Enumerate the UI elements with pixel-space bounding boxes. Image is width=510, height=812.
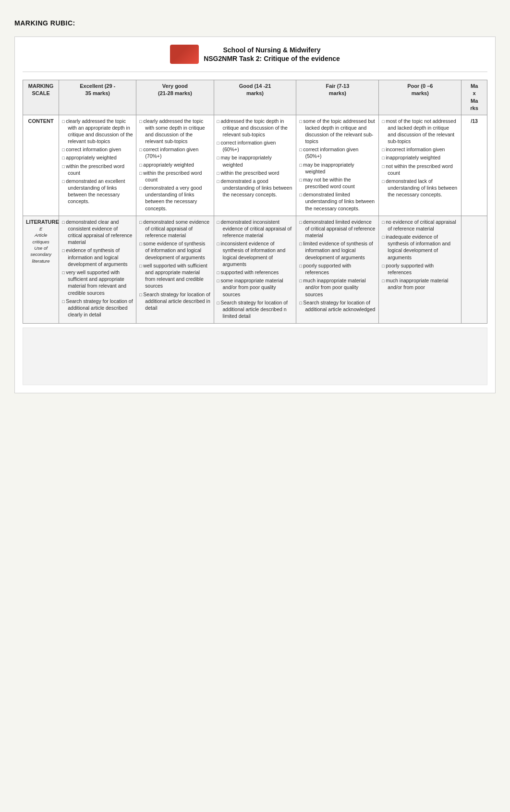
cell-very_good: demonstrated some evidence of critical a… — [136, 216, 214, 323]
th-max-marks: MaxMarks — [461, 80, 487, 115]
list-item: may be inappropriately weighted — [299, 161, 376, 175]
cell-fair: some of the topic addressed but lacked d… — [296, 115, 379, 216]
row-label-cell: LITERATUREEArticle critiquesUse of secon… — [23, 216, 59, 323]
list-item: addressed the topic depth in critique an… — [217, 118, 293, 138]
rubric-table: MARKINGSCALE Excellent (29 -35 marks) Ve… — [23, 80, 487, 324]
list-item: correct information given (70%+) — [139, 146, 210, 159]
th-excellent: Excellent (29 -35 marks) — [59, 80, 136, 115]
list-item: may be inappropriately weighted — [217, 154, 293, 168]
list-item: demonstrated clear and consistent eviden… — [62, 218, 133, 246]
rubric-container: School of Nursing & Midwifery NSG2NMR Ta… — [14, 36, 496, 393]
list-item: within the prescribed word — [217, 170, 293, 176]
list-item: demonstrated a very good understanding o… — [139, 184, 210, 212]
table-row: CONTENTclearly addressed the topic with … — [23, 115, 487, 216]
list-item: correct information given (50%+) — [299, 146, 376, 159]
list-item: demonstrated limited understanding of li… — [299, 191, 376, 212]
list-item: not within the prescribed word count — [382, 163, 458, 176]
list-item: Search strategy for location of addition… — [217, 299, 293, 320]
list-item: Search strategy for location of addition… — [299, 299, 376, 313]
list-item: supported with references — [217, 269, 293, 276]
list-item: within the prescribed word count — [62, 163, 133, 176]
list-item: Search strategy for location of addition… — [62, 298, 133, 318]
rubric-header: School of Nursing & Midwifery NSG2NMR Ta… — [23, 45, 487, 72]
list-item: much inappropriate material and/or from … — [299, 277, 376, 298]
table-header-row: MARKINGSCALE Excellent (29 -35 marks) Ve… — [23, 80, 487, 115]
list-item: demonstrated lack of understanding of li… — [382, 178, 458, 198]
list-item: clearly addressed the topic with some de… — [139, 118, 210, 145]
task-name: NSG2NMR Task 2: Critique of the evidence — [204, 55, 340, 62]
list-item: demonstrated an excellent understanding … — [62, 178, 133, 205]
list-item: Search strategy for location of addition… — [139, 291, 210, 312]
cell-excellent: clearly addressed the topic with an appr… — [59, 115, 136, 216]
list-item: some evidence of synthesis of informatio… — [139, 240, 210, 261]
list-item: poorly supported with references — [382, 262, 458, 276]
list-item: demonstrated a good understanding of lin… — [217, 178, 293, 198]
cell-poor: no evidence of critical appraisal of ref… — [379, 216, 461, 323]
list-item: inadequate evidence of synthesis of info… — [382, 233, 458, 261]
list-item: may not be within the prescribed word co… — [299, 176, 376, 190]
list-item: correct information given — [62, 146, 133, 153]
th-poor: Poor (0 –6marks) — [379, 80, 461, 115]
cell-good: addressed the topic depth in critique an… — [214, 115, 296, 216]
max-mark-cell — [461, 216, 487, 323]
th-good: Good (14 -21marks) — [214, 80, 296, 115]
cell-excellent: demonstrated clear and consistent eviden… — [59, 216, 136, 323]
blurred-bottom-section — [23, 327, 487, 385]
cell-good: demonstrated inconsistent evidence of cr… — [214, 216, 296, 323]
school-name: School of Nursing & Midwifery — [204, 46, 340, 54]
list-item: appropriately weighted — [62, 154, 133, 161]
list-item: clearly addressed the topic with an appr… — [62, 118, 133, 145]
list-item: most of the topic not addressed and lack… — [382, 118, 458, 145]
list-item: demonstrated limited evidence of critica… — [299, 218, 376, 239]
list-item: poorly supported with references — [299, 262, 376, 276]
list-item: within the prescribed word count — [139, 170, 210, 183]
list-item: inappropriately weighted — [382, 154, 458, 161]
th-marking-scale: MARKINGSCALE — [23, 80, 59, 115]
list-item: correct information given (60%+) — [217, 139, 293, 153]
page-title: MARKING RUBIC: — [14, 19, 496, 27]
cell-poor: most of the topic not addressed and lack… — [379, 115, 461, 216]
list-item: limited evidence of synthesis of informa… — [299, 240, 376, 261]
th-very-good: Very good(21-28 marks) — [136, 80, 214, 115]
th-fair: Fair (7-13marks) — [296, 80, 379, 115]
list-item: incorrect information given — [382, 146, 458, 153]
list-item: demonstrated some evidence of critical a… — [139, 218, 210, 239]
cell-very_good: clearly addressed the topic with some de… — [136, 115, 214, 216]
list-item: very well supported with sufficient and … — [62, 269, 133, 296]
max-mark-cell: /13 — [461, 115, 487, 216]
list-item: well supported with sufficient and appro… — [139, 262, 210, 290]
list-item: some of the topic addressed but lacked d… — [299, 118, 376, 145]
cell-fair: demonstrated limited evidence of critica… — [296, 216, 379, 323]
list-item: some inappropriate material and/or from … — [217, 277, 293, 298]
list-item: appropriately weighted — [139, 161, 210, 168]
table-row: LITERATUREEArticle critiquesUse of secon… — [23, 216, 487, 323]
list-item: much inappropriate material and/or from … — [382, 277, 458, 291]
list-item: no evidence of critical appraisal of ref… — [382, 218, 458, 232]
school-logo — [170, 45, 199, 64]
list-item: demonstrated inconsistent evidence of cr… — [217, 218, 293, 239]
list-item: evidence of synthesis of information and… — [62, 247, 133, 267]
row-label-cell: CONTENT — [23, 115, 59, 216]
list-item: inconsistent evidence of synthesis of in… — [217, 240, 293, 267]
